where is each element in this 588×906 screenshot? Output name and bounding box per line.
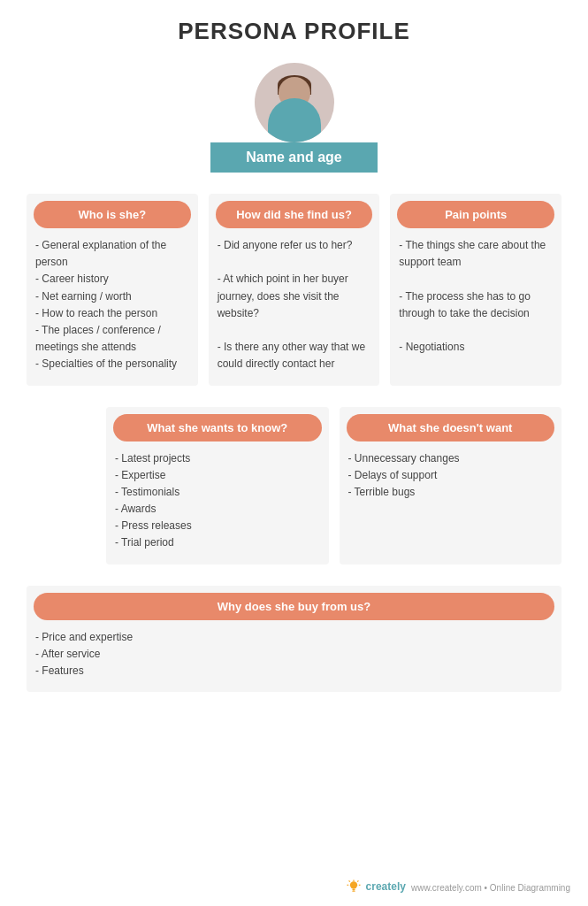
bulb-icon	[345, 878, 363, 895]
card-header-why: Why does she buy from us?	[34, 593, 554, 620]
card-doesnt-want: What she doesn't want - Unnecessary chan…	[340, 407, 562, 564]
card-pain-points: Pain points - The things she care about …	[390, 194, 561, 386]
card-body-wants: - Latest projects - Expertise - Testimon…	[106, 441, 329, 564]
top-columns: Who is she? - General explanation of the…	[27, 194, 561, 386]
bottom-card: Why does she buy from us? - Price and ex…	[27, 586, 561, 693]
card-how-find: How did she find us? - Did anyone refer …	[209, 194, 380, 386]
card-body-how: - Did anyone refer us to her? - At which…	[209, 228, 380, 386]
svg-rect-2	[352, 891, 355, 892]
avatar-section: Name and age	[27, 63, 561, 173]
card-body-who: - General explanation of the person - Ca…	[27, 228, 198, 386]
card-header-pain: Pain points	[397, 201, 554, 228]
card-header-who: Who is she?	[34, 201, 191, 228]
footer-logo: creately	[345, 878, 406, 895]
card-wants-to-know: What she wants to know? - Latest project…	[106, 407, 329, 564]
card-who-is-she: Who is she? - General explanation of the…	[27, 194, 198, 386]
name-badge: Name and age	[210, 142, 377, 173]
card-header-how: How did she find us?	[216, 201, 373, 228]
avatar-body	[268, 98, 321, 142]
page-title: PERSONA PROFILE	[27, 18, 561, 45]
footer: creately www.creately.com • Online Diagr…	[345, 878, 570, 895]
card-header-wants: What she wants to know?	[113, 414, 322, 441]
svg-point-0	[349, 881, 356, 888]
avatar	[255, 63, 334, 142]
footer-tagline: www.creately.com • Online Diagramming	[411, 883, 570, 893]
card-body-why: - Price and expertise - After service - …	[27, 620, 561, 693]
card-header-doesnt-want: What she doesn't want	[347, 414, 555, 441]
footer-logo-text: creately	[366, 880, 406, 893]
svg-line-6	[348, 880, 349, 881]
svg-line-7	[357, 880, 358, 881]
svg-rect-1	[352, 889, 355, 891]
card-body-pain: - The things she care about the support …	[390, 228, 561, 368]
card-body-doesnt-want: - Unnecessary changes - Delays of suppor…	[340, 441, 562, 514]
middle-columns: What she wants to know? - Latest project…	[106, 407, 561, 564]
